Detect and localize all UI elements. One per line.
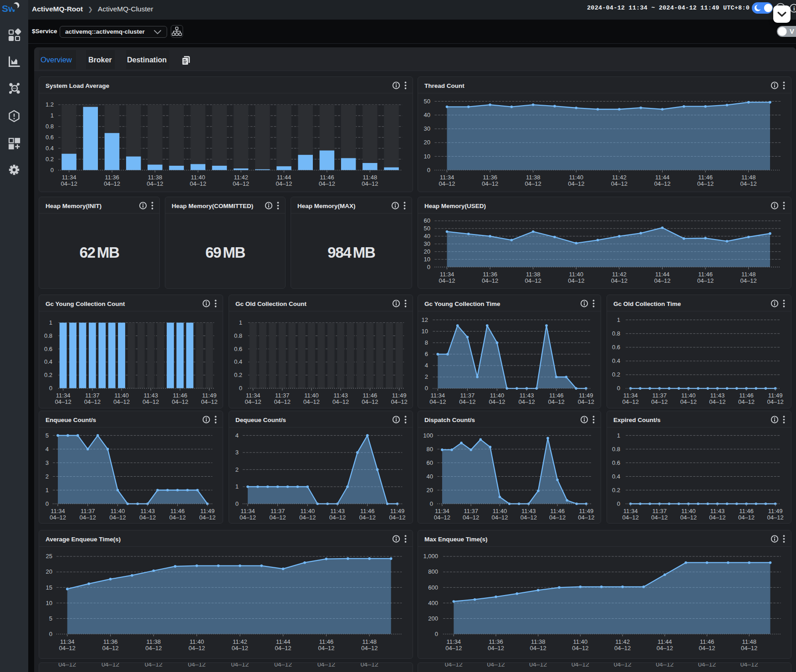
svg-text:0.8: 0.8	[44, 332, 52, 339]
svg-text:0.2: 0.2	[44, 372, 52, 378]
svg-text:5: 5	[49, 615, 52, 622]
svg-text:800: 800	[428, 568, 438, 575]
svg-text:100: 100	[423, 432, 433, 439]
svg-text:0: 0	[617, 500, 620, 507]
svg-text:1.2: 1.2	[46, 101, 54, 108]
svg-text:12: 12	[422, 316, 428, 323]
svg-text:8: 8	[425, 339, 428, 346]
svg-text:3: 3	[235, 449, 239, 456]
svg-text:0.4: 0.4	[44, 358, 52, 365]
svg-text:0.4: 0.4	[612, 473, 620, 480]
svg-text:5: 5	[46, 432, 49, 439]
svg-text:0.2: 0.2	[612, 487, 620, 494]
svg-text:40: 40	[427, 473, 433, 480]
svg-text:0.2: 0.2	[234, 372, 242, 378]
svg-text:0: 0	[49, 385, 52, 392]
svg-text:0.6: 0.6	[612, 459, 620, 466]
svg-text:2: 2	[46, 473, 49, 480]
svg-text:1: 1	[235, 483, 239, 490]
svg-text:0.6: 0.6	[46, 134, 54, 141]
svg-text:10: 10	[46, 600, 52, 606]
svg-text:0: 0	[430, 500, 433, 507]
svg-text:2: 2	[235, 466, 239, 473]
svg-text:4: 4	[425, 362, 428, 369]
svg-text:0.2: 0.2	[612, 371, 620, 378]
svg-text:3: 3	[46, 459, 49, 466]
svg-text:1: 1	[46, 487, 49, 494]
svg-text:40: 40	[424, 112, 430, 118]
svg-text:40: 40	[424, 233, 430, 239]
svg-text:15: 15	[46, 584, 52, 591]
svg-text:30: 30	[424, 125, 430, 132]
svg-text:4: 4	[46, 446, 49, 453]
svg-text:0: 0	[51, 167, 54, 173]
svg-text:2: 2	[425, 373, 428, 380]
svg-text:0: 0	[239, 385, 242, 392]
svg-text:10: 10	[424, 153, 430, 160]
svg-text:600: 600	[428, 584, 438, 591]
svg-text:80: 80	[427, 446, 433, 453]
svg-text:0: 0	[617, 385, 620, 392]
svg-text:30: 30	[424, 240, 430, 247]
svg-text:20: 20	[46, 568, 52, 575]
svg-text:20: 20	[427, 487, 433, 494]
svg-text:0.8: 0.8	[234, 332, 242, 339]
svg-text:1,000: 1,000	[423, 553, 438, 560]
svg-text:6: 6	[425, 351, 428, 357]
svg-text:0.4: 0.4	[612, 357, 620, 364]
svg-text:0.4: 0.4	[234, 358, 242, 365]
svg-text:25: 25	[46, 553, 52, 560]
svg-text:0.8: 0.8	[46, 123, 54, 130]
svg-text:10: 10	[422, 328, 428, 335]
svg-text:20: 20	[424, 139, 430, 146]
svg-text:0.4: 0.4	[46, 145, 54, 152]
svg-text:20: 20	[424, 248, 430, 255]
svg-text:0.8: 0.8	[612, 330, 620, 337]
svg-text:V: V	[790, 27, 794, 35]
svg-text:0: 0	[425, 385, 428, 392]
svg-text:1: 1	[617, 316, 620, 323]
svg-text:0.2: 0.2	[46, 156, 54, 163]
svg-text:10: 10	[424, 256, 430, 263]
svg-text:0: 0	[427, 264, 430, 270]
svg-text:0.6: 0.6	[44, 346, 52, 352]
svg-text:4: 4	[235, 432, 239, 439]
svg-text:0.6: 0.6	[612, 344, 620, 351]
svg-text:0.6: 0.6	[234, 346, 242, 352]
svg-text:60: 60	[424, 217, 430, 224]
svg-text:0.8: 0.8	[612, 446, 620, 453]
svg-text:0: 0	[46, 500, 49, 507]
svg-text:1: 1	[51, 112, 54, 119]
svg-text:400: 400	[428, 600, 438, 606]
svg-text:50: 50	[424, 225, 430, 232]
svg-text:1: 1	[49, 319, 52, 326]
svg-text:0: 0	[427, 167, 430, 173]
svg-text:0: 0	[435, 631, 438, 637]
svg-text:1: 1	[239, 319, 242, 326]
svg-text:50: 50	[424, 98, 430, 105]
svg-text:0: 0	[49, 631, 52, 637]
svg-text:200: 200	[428, 615, 438, 622]
svg-text:60: 60	[427, 459, 433, 466]
svg-text:i: i	[793, 5, 795, 12]
svg-text:0: 0	[235, 500, 239, 507]
svg-text:1: 1	[617, 432, 620, 439]
